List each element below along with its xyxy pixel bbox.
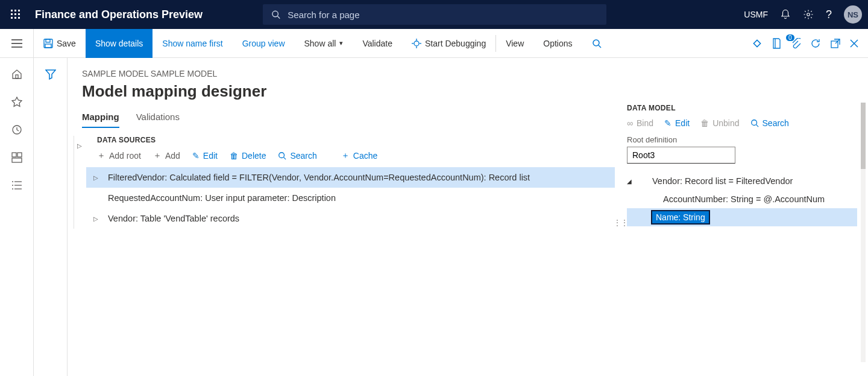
tabs: Mapping Validations <box>82 112 615 129</box>
bind-button[interactable]: ∞Bind <box>627 118 653 128</box>
filter-icon[interactable] <box>45 69 56 376</box>
attachments-button[interactable]: 0 <box>791 38 800 49</box>
cache-button[interactable]: ＋Cache <box>341 150 377 161</box>
edit-button[interactable]: ✎Edit <box>664 118 690 128</box>
link-icon: ∞ <box>627 118 633 128</box>
show-all-dropdown[interactable]: Show all▾ <box>295 29 353 58</box>
svg-point-42 <box>279 153 285 158</box>
user-avatar[interactable]: NS <box>844 5 862 24</box>
svg-rect-3 <box>11 13 13 15</box>
delete-button[interactable]: 🗑Delete <box>230 150 266 161</box>
save-button[interactable]: Save <box>34 29 86 58</box>
edit-button[interactable]: ✎Edit <box>192 150 218 161</box>
svg-rect-34 <box>17 153 22 157</box>
data-model-panel: DATA MODEL ∞Bind ✎Edit 🗑Unbind Search Ro… <box>627 69 868 376</box>
workspace-icon[interactable] <box>11 152 22 163</box>
svg-point-18 <box>414 41 419 46</box>
gear-icon[interactable] <box>803 9 814 20</box>
refresh-icon[interactable] <box>810 38 821 49</box>
tree-row[interactable]: AccountNumber: String = @.AccountNum <box>627 190 857 208</box>
chevron-down-icon: ▾ <box>339 39 343 47</box>
top-bar: Finance and Operations Preview USMF ? NS <box>0 0 868 29</box>
scrollbar[interactable] <box>861 103 866 362</box>
tab-mapping[interactable]: Mapping <box>82 112 119 128</box>
action-bar: Save Show details Show name first Group … <box>0 29 868 58</box>
recent-icon[interactable] <box>11 124 22 135</box>
tree-row[interactable]: ▷Vendor: Table 'VendTable' records <box>86 208 615 229</box>
page-title: Model mapping designer <box>82 82 615 101</box>
data-sources-panel: ▷ DATA SOURCES ＋Add root ＋Add ✎Edit 🗑Del… <box>74 136 615 229</box>
svg-rect-17 <box>45 44 51 48</box>
group-view-button[interactable]: Group view <box>233 29 295 58</box>
company-code[interactable]: USMF <box>744 10 768 19</box>
global-search[interactable] <box>263 4 606 25</box>
chevron-right-icon[interactable]: ▷ <box>93 215 102 222</box>
add-root-button[interactable]: ＋Add root <box>97 150 141 161</box>
options-menu[interactable]: Options <box>533 29 582 58</box>
search-icon <box>750 119 759 127</box>
svg-line-10 <box>278 16 280 19</box>
search-icon <box>271 10 280 19</box>
start-debugging-button[interactable]: Start Debugging <box>402 29 495 58</box>
svg-rect-4 <box>14 13 16 15</box>
plus-icon: ＋ <box>153 150 162 161</box>
data-sources-heading: DATA SOURCES <box>97 136 615 144</box>
tree-row-selected[interactable]: Name: String <box>627 208 857 226</box>
svg-rect-2 <box>18 10 20 11</box>
book-icon[interactable] <box>772 38 781 49</box>
data-sources-tree: ▷FilteredVendor: Calculated field = FILT… <box>86 167 615 229</box>
svg-rect-16 <box>46 39 50 42</box>
waffle-icon[interactable] <box>6 5 25 24</box>
svg-line-43 <box>284 158 286 160</box>
help-icon[interactable]: ? <box>826 8 832 21</box>
trash-icon: 🗑 <box>700 118 709 128</box>
attachment-badge: 0 <box>786 34 794 41</box>
add-button[interactable]: ＋Add <box>153 150 180 161</box>
show-name-first-button[interactable]: Show name first <box>153 29 232 58</box>
search-button[interactable]: Search <box>278 150 316 161</box>
svg-rect-7 <box>14 17 16 19</box>
home-icon[interactable] <box>11 69 22 80</box>
svg-point-11 <box>807 13 810 16</box>
bell-icon[interactable] <box>780 9 791 20</box>
data-model-heading: DATA MODEL <box>627 104 857 112</box>
tree-row[interactable]: RequestedAccountNum: User input paramete… <box>86 188 615 208</box>
close-icon[interactable] <box>850 39 858 48</box>
chevron-down-icon[interactable]: ◢ <box>627 178 635 185</box>
svg-rect-0 <box>11 10 13 11</box>
modules-icon[interactable] <box>11 180 22 191</box>
show-details-button[interactable]: Show details <box>86 29 153 58</box>
global-search-input[interactable] <box>288 10 598 20</box>
pencil-icon: ✎ <box>192 151 200 161</box>
svg-point-23 <box>593 40 599 46</box>
unbind-button[interactable]: 🗑Unbind <box>700 118 739 128</box>
tree-row[interactable]: ▷FilteredVendor: Calculated field = FILT… <box>86 167 615 188</box>
splitter-handle[interactable]: ⋮⋮ <box>615 69 627 376</box>
svg-rect-1 <box>14 10 16 11</box>
chevron-right-icon[interactable]: ▷ <box>93 174 102 181</box>
search-icon <box>278 151 286 160</box>
save-icon <box>43 39 53 48</box>
svg-rect-6 <box>11 17 13 19</box>
trash-icon: 🗑 <box>230 151 238 161</box>
svg-rect-5 <box>18 13 20 15</box>
root-definition-input[interactable] <box>627 147 735 164</box>
search-button[interactable]: Search <box>750 118 789 128</box>
diamond-icon[interactable] <box>752 39 762 48</box>
plus-icon: ＋ <box>341 150 350 161</box>
view-menu[interactable]: View <box>496 29 533 58</box>
page-search-button[interactable] <box>582 29 611 58</box>
plus-icon: ＋ <box>97 150 105 161</box>
debug-icon <box>412 39 421 48</box>
svg-rect-25 <box>753 40 760 46</box>
star-icon[interactable] <box>11 97 22 107</box>
svg-point-44 <box>751 120 756 126</box>
tree-row[interactable]: ◢Vendor: Record list = FilteredVendor <box>627 172 857 190</box>
svg-rect-35 <box>12 158 22 162</box>
svg-line-45 <box>756 125 758 127</box>
hamburger-icon[interactable] <box>0 29 34 58</box>
tab-validations[interactable]: Validations <box>136 112 180 128</box>
validate-button[interactable]: Validate <box>353 29 402 58</box>
panel-collapse-icon[interactable]: ▷ <box>74 139 86 151</box>
popout-icon[interactable] <box>831 39 840 48</box>
